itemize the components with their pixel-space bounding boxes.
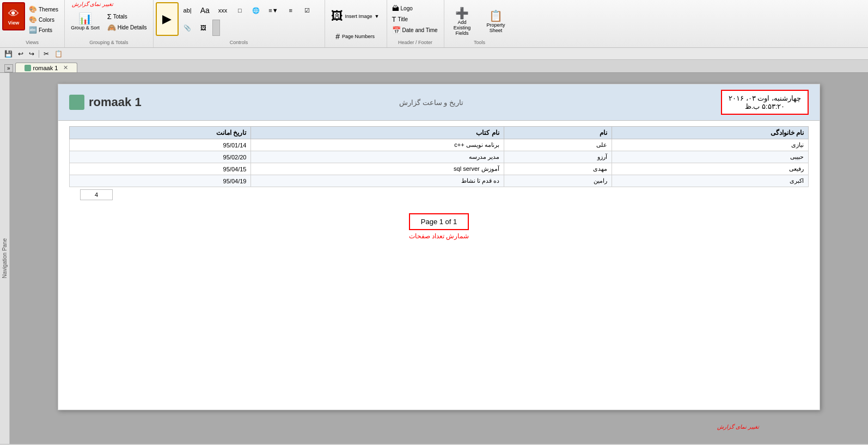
- views-section-label: Views: [0, 40, 64, 45]
- save-btn[interactable]: 💾: [2, 49, 15, 59]
- logo-button[interactable]: 🏔 Logo: [389, 3, 441, 14]
- attachment-button[interactable]: 📎: [180, 20, 195, 36]
- col-name: نام: [504, 127, 612, 139]
- page-numbers-button[interactable]: # Page Numbers: [327, 29, 383, 44]
- hide-details-button[interactable]: 🙈 Hide Details: [105, 22, 150, 33]
- page-numbers-label: Page Numbers: [342, 34, 375, 39]
- button-control[interactable]: xxx: [215, 2, 231, 18]
- checkbox-icon: ☑: [304, 7, 310, 14]
- totals-label: Totals: [113, 14, 127, 20]
- date-time-button[interactable]: 📅 Date and Time: [389, 25, 441, 35]
- grouping-buttons: 📊 Group & Sort Σ Totals 🙈 Hide Details: [67, 2, 149, 38]
- nav-pane-label: Navigation Pane: [2, 238, 8, 278]
- attachment-icon: 📎: [184, 24, 191, 32]
- textbox-button[interactable]: ab|: [180, 2, 195, 18]
- cell-date: 95/04/19: [70, 175, 251, 187]
- nav-expand-btn[interactable]: »: [4, 64, 13, 72]
- report-canvas: romaak 1 تاریخ و ساعت گزارش چهارشنبه، او…: [10, 73, 868, 444]
- table-row: نیازیعلیبرنامه نویسی ++c95/01/14: [70, 139, 809, 151]
- table-row: اکبریرامینده قدم تا نشاط95/04/19: [70, 175, 809, 187]
- tab-icon: □: [238, 7, 242, 14]
- navigation-pane[interactable]: Navigation Pane: [0, 73, 10, 444]
- hyperlink-icon: 🌐: [252, 7, 260, 14]
- group-sort-label: Group & Sort: [71, 25, 100, 30]
- ribbon: 👁 View 🎨 Themes 🎨 Colors 🔤 Fonts: [0, 0, 868, 48]
- colors-label: Colors: [39, 17, 54, 23]
- add-existing-button[interactable]: ➕ Add Existing Fields: [447, 4, 478, 38]
- view-options: 🎨 Themes 🎨 Colors 🔤 Fonts: [26, 2, 61, 35]
- list-button[interactable]: ≡: [283, 2, 298, 18]
- table-row: حبیبیآرزومدیر مدرسه95/02/20: [70, 151, 809, 163]
- checkbox-button[interactable]: ☑: [299, 2, 315, 18]
- view-button[interactable]: 👁 View: [2, 2, 25, 30]
- cell-date: 95/04/15: [70, 163, 251, 175]
- cell-date: 95/01/14: [70, 139, 251, 151]
- cell-family: حبیبی: [612, 151, 808, 163]
- colors-button[interactable]: 🎨 Colors: [26, 15, 61, 24]
- cell-family: نیازی: [612, 139, 808, 151]
- combo-icon: ≡▼: [268, 7, 278, 14]
- col-date: تاریخ امانت: [70, 127, 251, 139]
- title-label: Title: [398, 16, 408, 22]
- hide-details-label: Hide Details: [118, 24, 147, 30]
- totals-button[interactable]: Σ Totals: [105, 11, 150, 22]
- hyperlink-button[interactable]: 🌐: [248, 2, 264, 18]
- select-button[interactable]: ▶: [156, 2, 179, 36]
- undo-btn[interactable]: ↩: [16, 49, 26, 59]
- report-footer: Page 1 of 1 شمارش تعداد صفحات: [58, 208, 820, 245]
- tools-section: ➕ Add Existing Fields 📋 Property Sheet T…: [444, 0, 515, 47]
- title-icon: T: [392, 15, 396, 23]
- themes-icon: 🎨: [29, 5, 37, 13]
- page-count-label: شمارش تعداد صفحات: [409, 232, 469, 240]
- grouping-section: 📊 Group & Sort Σ Totals 🙈 Hide Details G…: [65, 0, 153, 47]
- controls-buttons: ▶ ab| Aa xxx □ 🌐 ≡▼ ≡ ☑ 📎 🖼: [156, 2, 321, 36]
- title-button[interactable]: T Title: [389, 14, 441, 24]
- view-large-btn[interactable]: 👁 View: [2, 2, 25, 30]
- tab-label: romaak 1: [33, 65, 58, 71]
- view-icon: 👁: [8, 8, 19, 20]
- property-sheet-button[interactable]: 📋 Property Sheet: [480, 4, 512, 38]
- tab-bar: » romaak 1 ✕: [0, 60, 868, 73]
- report-date-box: چهارشنبه، اوت ۰۳، ۲۰۱۶ ۵:۵۳:۲۰ ب.ظ: [721, 90, 809, 115]
- date-line2: ۵:۵۳:۲۰ ب.ظ: [729, 102, 801, 110]
- cut-btn[interactable]: ✂: [41, 49, 51, 59]
- status-annotation: تغییر نمای گزارش: [717, 424, 759, 430]
- tab-close-btn[interactable]: ✕: [63, 64, 68, 71]
- col-family: نام خانوادگی: [612, 127, 808, 139]
- tools-label: Tools: [444, 40, 515, 45]
- cell-name: آرزو: [504, 151, 612, 163]
- insert-section: 🖼 Insert Image ▼ # Page Numbers: [325, 0, 387, 47]
- controls-section: ▶ ab| Aa xxx □ 🌐 ≡▼ ≡ ☑ 📎 🖼 Controls: [154, 0, 325, 47]
- date-time-icon: 📅: [392, 26, 401, 34]
- themes-button[interactable]: 🎨 Themes: [26, 4, 61, 14]
- paste-btn[interactable]: 📋: [52, 49, 65, 59]
- quick-access-toolbar: 💾 ↩ ↪ ✂ 📋: [0, 48, 868, 60]
- insert-image-button[interactable]: 🖼 Insert Image ▼: [327, 4, 383, 28]
- table-body: نیازیعلیبرنامه نویسی ++c95/01/14حبیبیآرز…: [70, 139, 809, 187]
- controls-dropdown[interactable]: [212, 20, 220, 36]
- report-header: romaak 1 تاریخ و ساعت گزارش چهارشنبه، او…: [58, 84, 820, 121]
- tab-romaak1[interactable]: romaak 1 ✕: [15, 63, 78, 72]
- group-sort-button[interactable]: 📊 Group & Sort: [67, 4, 103, 38]
- fonts-button[interactable]: 🔤 Fonts: [26, 25, 61, 35]
- hide-details-icon: 🙈: [107, 23, 116, 32]
- select-icon: ▶: [162, 12, 172, 26]
- view-label: View: [8, 20, 19, 26]
- report-page: romaak 1 تاریخ و ساعت گزارش چهارشنبه، او…: [58, 84, 820, 410]
- group-sort-icon: 📊: [78, 12, 92, 25]
- views-section: 👁 View 🎨 Themes 🎨 Colors 🔤 Fonts: [0, 0, 65, 47]
- textbox-icon: ab|: [184, 7, 192, 14]
- combo-button[interactable]: ≡▼: [265, 2, 282, 18]
- tab-control-button[interactable]: □: [232, 2, 247, 18]
- report-table: نام خانوادگی نام نام کتاب تاریخ امانت نی…: [69, 126, 809, 187]
- table-header-row: نام خانوادگی نام نام کتاب تاریخ امانت: [70, 127, 809, 139]
- redo-btn[interactable]: ↪: [27, 49, 36, 59]
- cell-book: آموزش sql server: [251, 163, 504, 175]
- image-button[interactable]: 🖼: [196, 20, 211, 36]
- fonts-label: Fonts: [39, 27, 52, 33]
- property-sheet-icon: 📋: [489, 9, 503, 22]
- cell-name: مهدی: [504, 163, 612, 175]
- grouping-label: Grouping & Totals: [65, 40, 152, 45]
- label-button[interactable]: Aa: [197, 2, 213, 18]
- themes-label: Themes: [39, 7, 58, 13]
